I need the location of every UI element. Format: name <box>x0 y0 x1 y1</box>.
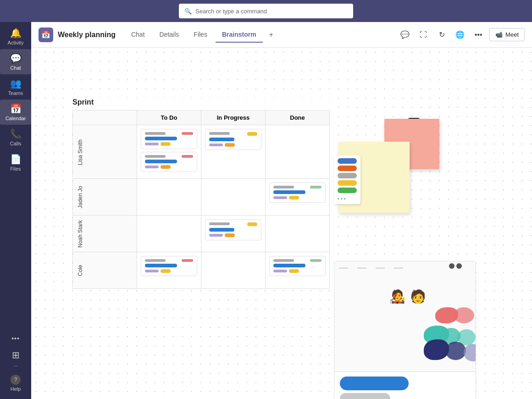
card-purple-bar <box>273 196 287 199</box>
color-yellow <box>338 180 357 186</box>
tab-chat[interactable]: Chat <box>125 27 151 43</box>
sidebar-item-calls[interactable]: 📞 Calls <box>0 125 31 150</box>
tab-details[interactable]: Details <box>153 27 186 43</box>
task-card[interactable] <box>141 152 197 172</box>
sprint-title: Sprint <box>72 98 330 106</box>
cell-lisa-todo <box>137 125 201 179</box>
footer-gray-button[interactable] <box>340 393 390 399</box>
sidebar-item-help[interactable]: ? Help <box>0 371 31 395</box>
card-gray-bar <box>145 259 166 262</box>
color-gray <box>338 173 357 178</box>
chat-bubble-icon[interactable]: 💬 <box>398 28 412 42</box>
sidebar-item-files[interactable]: 📄 Files <box>0 150 31 175</box>
canvas-area: Sprint To Do In Progress Done Lisa <box>31 48 532 399</box>
main-layout: 🔔 Activity 💬 Chat 👥 Teams 📅 Calendar 📞 C… <box>0 22 532 399</box>
search-icon: 🔍 <box>184 8 192 15</box>
blob-navy2 <box>445 342 466 360</box>
card-yellow-bar <box>161 269 171 273</box>
channel-name: Weekly planning <box>58 31 116 39</box>
card-purple-bar <box>209 234 223 237</box>
row-label-cole: Cole <box>73 252 137 289</box>
more-options-icon[interactable]: ••• <box>471 28 486 42</box>
channel-icon: 📅 <box>39 28 53 42</box>
more-icon: ••• <box>11 335 20 342</box>
apps-icon: ⊞ <box>12 349 20 360</box>
sidebar-item-teams[interactable]: 👥 Teams <box>0 74 31 100</box>
sidebar-label-teams: Teams <box>8 90 23 96</box>
top-bar: 🔍 Search or type a command <box>0 0 532 22</box>
sidebar-item-more[interactable]: ••• <box>0 331 31 346</box>
task-card[interactable] <box>269 256 326 276</box>
cell-noah-todo <box>137 216 201 252</box>
task-card[interactable] <box>141 129 197 149</box>
color-more: • • • <box>338 196 357 201</box>
refresh-icon[interactable]: ↻ <box>434 28 449 42</box>
sidebar-item-chat[interactable]: 💬 Chat <box>0 49 31 74</box>
task-card[interactable] <box>205 219 261 240</box>
sidebar-item-apps[interactable]: ⊞ ... <box>0 346 31 371</box>
sprint-board: Sprint To Do In Progress Done Lisa <box>72 98 330 289</box>
card-gray-bar <box>145 155 166 158</box>
globe-icon[interactable]: 🌐 <box>453 28 467 42</box>
sidebar-label-apps: ... <box>13 362 17 367</box>
card-purple-bar <box>145 270 159 272</box>
card-red-bar <box>182 259 193 262</box>
meet-label: Meet <box>505 31 519 38</box>
bottom-panel-canvas: —— —— —— —— <box>334 261 476 371</box>
card-orange-bar <box>161 165 171 169</box>
card-gray-bar <box>273 186 294 188</box>
card-orange-bar <box>225 143 235 147</box>
card-yellow-bar <box>289 269 299 273</box>
avatar-row <box>449 263 462 269</box>
color-row <box>338 158 357 164</box>
avatar-dot <box>456 263 462 269</box>
bottom-panel: —— —— —— —— <box>334 261 476 399</box>
meet-button[interactable]: 📹 Meet <box>489 28 525 41</box>
sidebar-item-activity[interactable]: 🔔 Activity <box>0 24 31 49</box>
table-row: Lisa Smith <box>73 125 330 179</box>
cell-cole-done <box>266 252 330 289</box>
search-bar[interactable]: 🔍 Search or type a command <box>179 4 353 18</box>
col-todo: To Do <box>137 111 201 125</box>
cell-lisa-done <box>266 125 330 179</box>
tab-brainstorm[interactable]: Brainstorm <box>216 27 263 43</box>
sidebar-label-chat: Chat <box>10 65 21 71</box>
card-yellow-bar <box>289 196 299 200</box>
content-area: 📅 Weekly planning Chat Details Files Bra… <box>31 22 532 399</box>
sidebar-item-calendar[interactable]: 📅 Calendar <box>0 100 31 125</box>
task-card[interactable] <box>205 129 261 150</box>
sidebar-label-files: Files <box>10 166 21 172</box>
files-icon: 📄 <box>10 154 22 165</box>
row-label-lisa: Lisa Smith <box>73 125 137 179</box>
card-yellow-tag <box>247 222 257 226</box>
color-list-widget[interactable]: • • • <box>334 155 360 204</box>
cell-noah-inprogress <box>201 216 266 252</box>
card-yellow-tag <box>247 132 257 136</box>
cell-jaden-inprogress <box>201 179 266 216</box>
chat-icon: 💬 <box>10 53 22 64</box>
card-gray-bar <box>145 132 166 135</box>
tab-add-button[interactable]: + <box>265 27 278 43</box>
task-card[interactable] <box>141 256 197 276</box>
header-actions: 💬 ⛶ ↻ 🌐 ••• 📹 Meet <box>398 28 525 42</box>
help-icon: ? <box>11 375 21 385</box>
blob-red-right2 <box>454 307 474 323</box>
sidebar-label-calls: Calls <box>10 141 21 146</box>
character-right: 🧑 <box>410 289 426 304</box>
sprint-table: To Do In Progress Done Lisa Smith <box>72 110 330 289</box>
footer-blue-button[interactable] <box>340 377 409 390</box>
row-label-noah: Noah Stark <box>73 216 137 252</box>
cell-noah-done <box>266 216 330 252</box>
card-gray-bar <box>209 132 230 135</box>
color-row <box>338 173 357 178</box>
color-row <box>338 180 357 186</box>
task-card[interactable] <box>269 183 326 203</box>
color-green <box>338 188 357 193</box>
table-row: Noah Stark <box>73 216 330 252</box>
cell-cole-inprogress <box>201 252 266 289</box>
expand-icon[interactable]: ⛶ <box>416 28 431 42</box>
color-row <box>338 166 357 171</box>
activity-icon: 🔔 <box>10 28 22 39</box>
tab-files[interactable]: Files <box>187 27 214 43</box>
card-gray-bar <box>273 259 294 262</box>
